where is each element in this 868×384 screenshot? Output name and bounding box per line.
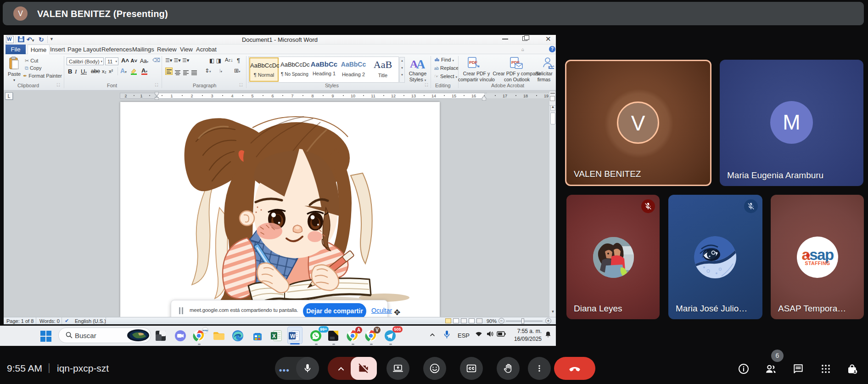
svg-text:PDF: PDF <box>469 60 478 65</box>
svg-text:X: X <box>272 333 276 339</box>
svg-text:W: W <box>290 333 296 339</box>
svg-text:A: A <box>416 57 425 70</box>
svg-text:x: x <box>548 65 550 69</box>
